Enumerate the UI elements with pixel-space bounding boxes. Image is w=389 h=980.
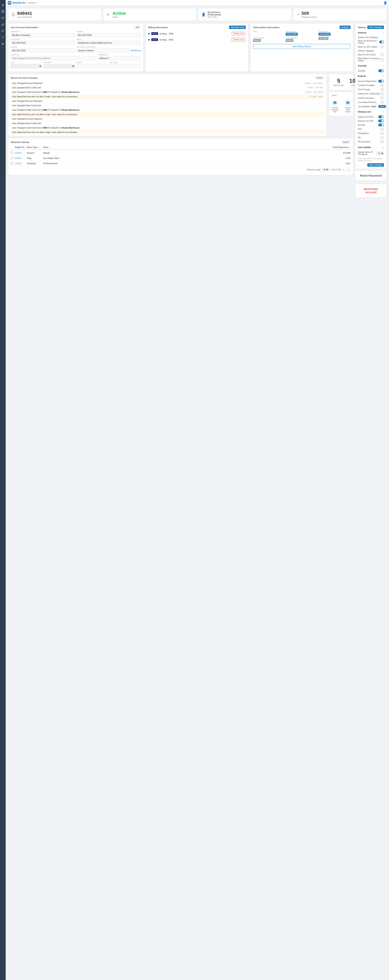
delete-card-button[interactable]: Delete Card <box>232 38 246 41</box>
zip-input[interactable] <box>110 64 141 68</box>
reset-password-title[interactable]: Reset Password <box>360 174 382 177</box>
toggle-na[interactable]: -/- <box>380 140 384 143</box>
col-added-on[interactable]: Added On ▼ <box>15 146 27 148</box>
export-shipments-button[interactable]: Export <box>341 140 351 144</box>
row-checkbox[interactable] <box>11 151 13 154</box>
wordpress-link[interactable]: WordPress <box>131 49 141 52</box>
option-label: Stamps.com DHL <box>358 120 374 122</box>
col-store[interactable]: Store ▼ <box>43 146 64 148</box>
toggle-on[interactable] <box>378 124 384 126</box>
add-card-button[interactable]: Add New Card <box>229 25 246 29</box>
company-input[interactable] <box>11 33 75 37</box>
delete-card-button[interactable]: Delete Card <box>232 32 246 35</box>
toggle-na[interactable]: -/- <box>380 45 384 48</box>
toggle-on[interactable] <box>379 41 384 43</box>
export-changes-button[interactable]: Export <box>315 76 324 80</box>
none-button[interactable]: None <box>370 105 378 108</box>
page-info: 1-10 of 100 <box>330 169 341 171</box>
svg-rect-7 <box>2 19 4 19</box>
edit-button[interactable]: Edit <box>134 25 141 29</box>
account-label: ACCOUNT <box>11 38 75 40</box>
sidebar-icon-chart[interactable] <box>1 22 5 26</box>
store-button[interactable]: Store <box>378 105 386 108</box>
save-changes-button-bottom[interactable]: Save Changes <box>367 163 384 167</box>
prev-page-button[interactable]: ‹ <box>342 167 345 172</box>
toggle-on[interactable] <box>378 119 384 122</box>
toggle-on[interactable] <box>378 69 384 72</box>
view-billing-history-button[interactable]: View Billing History <box>253 44 351 49</box>
toggle-on[interactable] <box>378 80 384 83</box>
toggle-na[interactable]: -/- <box>380 127 384 130</box>
auto-update-header[interactable]: Auto Update ∨ <box>358 145 384 150</box>
svg-rect-6 <box>2 18 4 18</box>
option-label: Account Registration <box>358 80 376 82</box>
toggle-na[interactable]: -/- <box>380 53 384 56</box>
svg-rect-3 <box>2 11 3 13</box>
row-checkbox[interactable] <box>11 157 13 159</box>
sidebar-icon-rotate[interactable] <box>1 42 5 46</box>
options-title: Options <box>358 26 366 29</box>
launch-customer-hub-button[interactable]: Launch Customer Hub <box>329 98 341 114</box>
col-total-shipments[interactable]: Total Shipments ▼ <box>64 146 351 148</box>
account-input[interactable] <box>11 41 75 45</box>
phone-input[interactable] <box>76 33 141 37</box>
toggle-na[interactable]: -/- <box>380 58 384 61</box>
toggle-na[interactable]: -/- <box>380 88 384 91</box>
toggle-na[interactable]: -/- <box>380 132 384 135</box>
account-manager-input[interactable] <box>76 48 130 52</box>
phone2-input[interactable] <box>11 48 75 52</box>
address-input[interactable] <box>11 56 97 60</box>
next-page-button[interactable]: › <box>347 167 351 172</box>
deactivate-section: Deactivate Account <box>355 184 387 197</box>
last-login-date: 1/1/1901 <box>319 37 329 40</box>
stamps-header[interactable]: Stamps.com ∧ <box>358 110 384 114</box>
toggle-na[interactable]: -/- <box>380 92 384 95</box>
deactivate-title[interactable]: Deactivate Account <box>364 187 378 194</box>
toggle-na[interactable]: -/- <box>380 136 384 139</box>
account-number-label: Account Number <box>17 16 32 18</box>
option-row: RR Donnelley -/- <box>358 140 384 144</box>
toggle-na[interactable]: -/- <box>380 101 384 104</box>
hub-admin-label: Launch Hub Admin <box>345 107 351 113</box>
sidebar-icon-bars[interactable] <box>1 16 5 20</box>
shipment-volume-title: Shipment Volume <box>11 141 29 143</box>
city-select[interactable] <box>11 64 42 68</box>
sidebar-icon-users[interactable] <box>1 29 5 33</box>
change-text: User Changed Credit Card End In 8888 To … <box>12 109 321 111</box>
row-checkbox[interactable] <box>11 162 13 164</box>
county-select[interactable] <box>44 64 75 68</box>
email-input[interactable] <box>76 41 141 45</box>
state-input[interactable] <box>76 64 108 68</box>
launch-hub-admin-button[interactable]: Launch Hub Admin <box>343 98 353 114</box>
topbar-avatar[interactable]: 👤 <box>384 1 387 5</box>
change-row: User Changed Account Password <box>11 117 324 121</box>
amazon-header[interactable]: Amazon ∧ <box>358 30 384 35</box>
asendia-header[interactable]: Asendia ∧ <box>358 64 384 68</box>
auto-update-week-select[interactable]: 2 1 3 4 <box>376 151 384 155</box>
toggle-na[interactable]: -/- <box>380 84 384 87</box>
toggle-na[interactable]: -/- <box>380 97 384 100</box>
change-text: User Changed Account Password <box>12 118 321 120</box>
toggle-on[interactable] <box>378 115 384 118</box>
sidebar-icon-grid[interactable] <box>1 10 5 13</box>
col-store-type[interactable]: Store Type ▼ <box>27 146 43 148</box>
asendia-options-list: Asendia <box>358 69 384 73</box>
row-shipments: 4,522 <box>64 162 351 165</box>
items-per-page-select[interactable]: 6 <box>322 168 329 171</box>
sidebar-icon-settings[interactable] <box>1 35 5 39</box>
option-label: Allow For All Orders <box>358 54 376 56</box>
topbar: SW ShipWorks Employee 👤 <box>6 0 389 6</box>
city-label: CITY <box>11 61 42 64</box>
address2-input[interactable] <box>98 56 141 60</box>
upgrade-button[interactable]: Upgrade <box>340 25 351 29</box>
account-icon: ☰ <box>11 12 15 17</box>
sidebar-icon-person[interactable] <box>1 3 5 7</box>
endicia-header[interactable]: Endicia ∧ <box>358 74 384 78</box>
option-row: Amazon Buy Shipping <box>358 36 384 39</box>
plan-type-label: Plan Type <box>208 16 221 18</box>
change-row: User Changed Account Password <box>11 99 324 103</box>
last-login-value: Nearly <box>253 39 261 42</box>
save-changes-button-top[interactable]: Save Changes <box>367 25 384 29</box>
visa-badge: VISA <box>151 32 158 35</box>
svg-rect-1 <box>2 10 3 11</box>
